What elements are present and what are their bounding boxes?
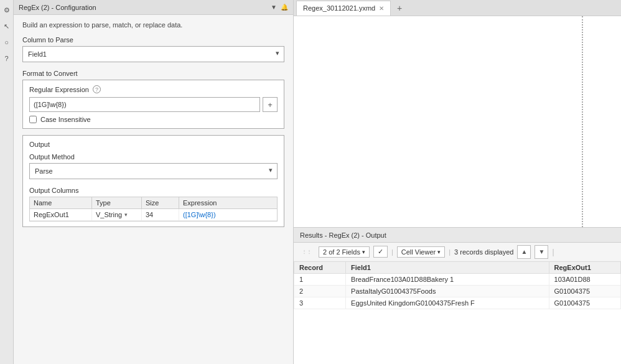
regex-plus-button[interactable]: + — [263, 97, 278, 112]
next-record-button[interactable]: ▼ — [535, 245, 548, 259]
dots-icon: ⋮⋮ — [302, 249, 312, 254]
main-tab[interactable]: Regex_30112021.yxmd ✕ — [296, 1, 391, 16]
col-type-header: Type — [92, 197, 142, 208]
prev-record-button[interactable]: ▲ — [517, 245, 531, 259]
case-insensitive-label: Case Insensitive — [40, 116, 91, 123]
check-button[interactable]: ✓ — [373, 246, 388, 258]
tab-close-icon[interactable]: ✕ — [379, 5, 384, 12]
results-table-body: 1BreadFrance103A01D88Bakery 1103A01D882P… — [294, 274, 621, 309]
results-table-header-row: Record Field1 RegExOut1 — [294, 262, 621, 274]
results-panel: Results - RegEx (2) - Output ⋮⋮ 2 of 2 F… — [294, 227, 621, 364]
output-method-label: Output Method — [29, 153, 278, 161]
regex-input[interactable] — [29, 97, 260, 112]
col-expression-header: Expression — [179, 197, 277, 208]
table-header: Name Type Size Expression — [30, 197, 277, 209]
results-cell-regexout: G01004375 — [549, 297, 620, 309]
add-tab-button[interactable]: + — [393, 2, 406, 14]
results-cell-field1: EggsUnited KingdomG01004375Fresh F — [346, 297, 549, 309]
column-dropdown-wrapper: Field1 — [22, 46, 284, 62]
minimize-icon[interactable]: ▼ — [271, 4, 277, 11]
results-cell-record: 3 — [294, 297, 346, 309]
results-table-row: 2PastaItalyG01004375FoodsG01004375 — [294, 286, 621, 297]
regex-label: Regular Expression — [29, 86, 89, 93]
results-table-wrapper: Record Field1 RegExOut1 1BreadFrance103A… — [294, 261, 621, 364]
cell-viewer-label: Cell Viewer — [401, 248, 436, 256]
workflow-canvas[interactable]: (*) Σ ▦ ℹ — [294, 16, 621, 227]
config-panel: RegEx (2) - Configuration ▼ 🔔 Build an e… — [14, 0, 294, 364]
results-toolbar: ⋮⋮ 2 of 2 Fields ▾ ✓ | Cell Viewer ▾ | 3… — [294, 243, 621, 261]
results-table-row: 3EggsUnited KingdomG01004375Fresh FG0100… — [294, 297, 621, 309]
results-cell-regexout: 103A01D88 — [549, 274, 620, 286]
bell-icon[interactable]: 🔔 — [281, 4, 288, 11]
records-count: 3 records displayed — [454, 248, 513, 256]
regex-help-icon[interactable]: ? — [93, 85, 101, 93]
row-type-value: V_String — [96, 211, 122, 218]
results-table-row: 1BreadFrance103A01D88Bakery 1103A01D88 — [294, 274, 621, 286]
record-header: Record — [294, 262, 346, 274]
case-insensitive-checkbox[interactable] — [29, 116, 37, 123]
config-description: Build an expression to parse, match, or … — [22, 21, 284, 29]
column-label: Column to Parse — [22, 36, 284, 44]
column-dropdown[interactable]: Field1 — [22, 46, 284, 62]
main-area: Regex_30112021.yxmd ✕ + (*) — [294, 0, 621, 364]
row-expression[interactable]: ([1G]\w{8}) — [179, 209, 277, 220]
check-icon: ✓ — [378, 248, 383, 256]
question-icon[interactable]: ? — [2, 54, 12, 63]
viewer-dropdown-arrow: ▾ — [437, 249, 441, 255]
output-columns-label: Output Columns — [29, 187, 278, 194]
output-table: Name Type Size Expression RegExOut1 V_St… — [29, 197, 278, 222]
results-table: Record Field1 RegExOut1 1BreadFrance103A… — [294, 261, 621, 309]
row-size: 34 — [142, 209, 179, 220]
circle-icon[interactable]: ○ — [2, 37, 12, 47]
tab-bar: Regex_30112021.yxmd ✕ + — [294, 0, 621, 16]
results-cell-record: 2 — [294, 286, 346, 297]
output-title: Output — [29, 141, 278, 148]
pipe-separator: | — [391, 248, 393, 256]
format-label: Format to Convert — [22, 70, 284, 77]
results-cell-field1: BreadFrance103A01D88Bakery 1 — [346, 274, 549, 286]
row-name: RegExOut1 — [30, 209, 92, 220]
fields-label: 2 of 2 Fields — [323, 248, 360, 256]
field1-header: Field1 — [346, 262, 549, 274]
output-method-dropdown-wrapper: Parse — [29, 163, 278, 179]
panel-separator — [582, 16, 583, 227]
results-header: Results - RegEx (2) - Output — [294, 228, 621, 243]
results-cell-regexout: G01004375 — [549, 286, 620, 297]
col-name-header: Name — [30, 197, 92, 208]
cell-viewer-button[interactable]: Cell Viewer ▾ — [397, 246, 445, 258]
output-section: Output Output Method Parse Output Column… — [22, 135, 284, 227]
regex-label-row: Regular Expression ? — [29, 85, 278, 93]
row-type: V_String ▾ — [92, 209, 142, 220]
case-insensitive-row: Case Insensitive — [29, 116, 278, 123]
expression-link[interactable]: ([1G]\w{8}) — [183, 211, 216, 218]
nav-separator: | — [552, 248, 554, 256]
regex-input-row: + — [29, 97, 278, 112]
config-header-icons: ▼ 🔔 — [271, 4, 288, 11]
gear-icon[interactable]: ⚙ — [2, 5, 12, 15]
output-method-dropdown[interactable]: Parse — [29, 163, 278, 179]
results-cell-record: 1 — [294, 274, 346, 286]
tab-label: Regex_30112021.yxmd — [303, 4, 375, 12]
results-cell-field1: PastaItalyG01004375Foods — [346, 286, 549, 297]
config-title: RegEx (2) - Configuration — [19, 4, 96, 11]
fields-dropdown-arrow: ▾ — [362, 249, 365, 255]
pipe-separator-2: | — [449, 248, 451, 256]
results-toolbar-dots: ⋮⋮ — [299, 249, 315, 254]
table-row: RegExOut1 V_String ▾ 34 ([1G]\w{8}) — [30, 209, 277, 221]
cursor-icon[interactable]: ↖ — [2, 21, 12, 31]
results-content: Record Field1 RegExOut1 1BreadFrance103A… — [294, 261, 621, 364]
regexout1-header: RegExOut1 — [549, 262, 620, 274]
format-box: Regular Expression ? + Case Insensitive — [22, 80, 284, 129]
type-dropdown-icon[interactable]: ▾ — [124, 212, 128, 218]
config-body: Build an expression to parse, match, or … — [14, 15, 293, 364]
fields-button[interactable]: 2 of 2 Fields ▾ — [319, 246, 370, 258]
sidebar: ⚙ ↖ ○ ? — [0, 0, 14, 364]
config-header: RegEx (2) - Configuration ▼ 🔔 — [14, 0, 293, 15]
col-size-header: Size — [142, 197, 179, 208]
